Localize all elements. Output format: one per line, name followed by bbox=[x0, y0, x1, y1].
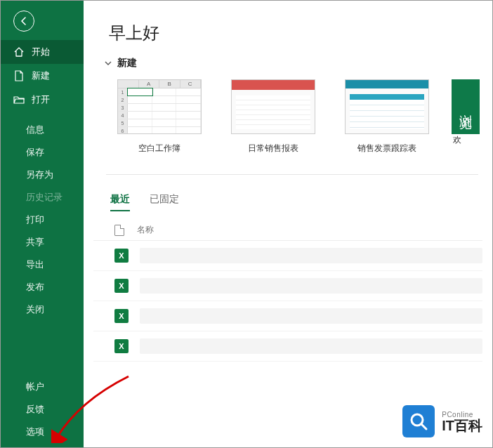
recent-file-row[interactable] bbox=[93, 331, 482, 362]
nav-save[interactable]: 保存 bbox=[1, 141, 84, 164]
file-name-redacted bbox=[140, 338, 482, 354]
document-icon bbox=[114, 225, 124, 236]
template-invoice-tracker[interactable]: 销售发票跟踪表 bbox=[338, 79, 436, 154]
template-label: 空白工作簿 bbox=[110, 143, 209, 154]
nav-print[interactable]: 打印 bbox=[1, 209, 84, 231]
excel-file-icon bbox=[114, 309, 129, 323]
document-icon bbox=[13, 70, 25, 81]
nav-info[interactable]: 信息 bbox=[1, 119, 84, 141]
chevron-down-icon bbox=[105, 60, 112, 67]
watermark-title: IT百科 bbox=[442, 419, 482, 433]
template-daily-sales[interactable]: 日常销售报表 bbox=[224, 79, 322, 154]
nav-label: 打开 bbox=[32, 93, 50, 106]
magnifier-icon bbox=[402, 405, 435, 437]
file-name-redacted bbox=[140, 278, 482, 294]
template-label: 销售发票跟踪表 bbox=[338, 143, 436, 154]
recent-file-row[interactable] bbox=[93, 301, 482, 331]
backstage-main: 早上好 新建 ABC 1 2 3 4 5 6 空白工作簿 日常销售报表 销售发票… bbox=[84, 1, 492, 447]
watermark-logo: PConline IT百科 bbox=[402, 405, 482, 437]
new-section-toggle[interactable]: 新建 bbox=[105, 57, 482, 70]
template-blank-workbook[interactable]: ABC 1 2 3 4 5 6 空白工作簿 bbox=[110, 79, 209, 154]
template-row: ABC 1 2 3 4 5 6 空白工作簿 日常销售报表 销售发票跟踪表 浏览 … bbox=[93, 79, 482, 154]
nav-label: 开始 bbox=[32, 46, 50, 58]
greeting-heading: 早上好 bbox=[109, 22, 482, 44]
folder-open-icon bbox=[13, 94, 25, 105]
nav-home[interactable]: 开始 bbox=[1, 40, 84, 64]
arrow-left-icon bbox=[18, 15, 29, 27]
nav-open[interactable]: 打开 bbox=[1, 88, 84, 112]
home-icon bbox=[13, 46, 25, 58]
template-browse-more[interactable]: 浏览 欢 bbox=[452, 79, 480, 154]
nav-account[interactable]: 帐户 bbox=[1, 376, 84, 398]
excel-file-icon bbox=[114, 249, 129, 263]
template-label: 欢 bbox=[453, 134, 480, 146]
nav-publish[interactable]: 发布 bbox=[1, 276, 84, 298]
list-header: 名称 bbox=[93, 220, 482, 241]
nav-label: 新建 bbox=[32, 70, 50, 82]
nav-saveas[interactable]: 另存为 bbox=[1, 164, 84, 186]
excel-file-icon bbox=[114, 339, 129, 353]
recent-tabs: 最近 已固定 bbox=[93, 193, 482, 211]
file-name-redacted bbox=[140, 248, 482, 263]
excel-file-icon bbox=[114, 279, 129, 293]
template-label: 日常销售报表 bbox=[224, 143, 322, 154]
recent-file-row[interactable] bbox=[93, 241, 482, 271]
nav-share[interactable]: 共享 bbox=[1, 231, 84, 253]
watermark-subtitle: PConline bbox=[442, 411, 482, 419]
nav-options[interactable]: 选项 bbox=[1, 421, 84, 443]
backstage-sidebar: 开始 新建 打开 信息 保存 另存为 历史记录 打印 共享 导出 发布 关闭 帐… bbox=[1, 1, 84, 447]
column-name: 名称 bbox=[137, 224, 154, 236]
file-name-redacted bbox=[140, 308, 482, 324]
nav-export[interactable]: 导出 bbox=[1, 253, 84, 276]
back-button[interactable] bbox=[13, 11, 34, 32]
nav-new[interactable]: 新建 bbox=[1, 64, 84, 88]
nav-close[interactable]: 关闭 bbox=[1, 298, 84, 321]
divider bbox=[106, 174, 478, 175]
tab-pinned[interactable]: 已固定 bbox=[150, 193, 179, 211]
nav-history: 历史记录 bbox=[1, 186, 84, 209]
nav-feedback[interactable]: 反馈 bbox=[1, 398, 84, 421]
svg-line-1 bbox=[421, 424, 426, 429]
tab-recent[interactable]: 最近 bbox=[110, 193, 130, 211]
recent-file-row[interactable] bbox=[93, 271, 482, 301]
